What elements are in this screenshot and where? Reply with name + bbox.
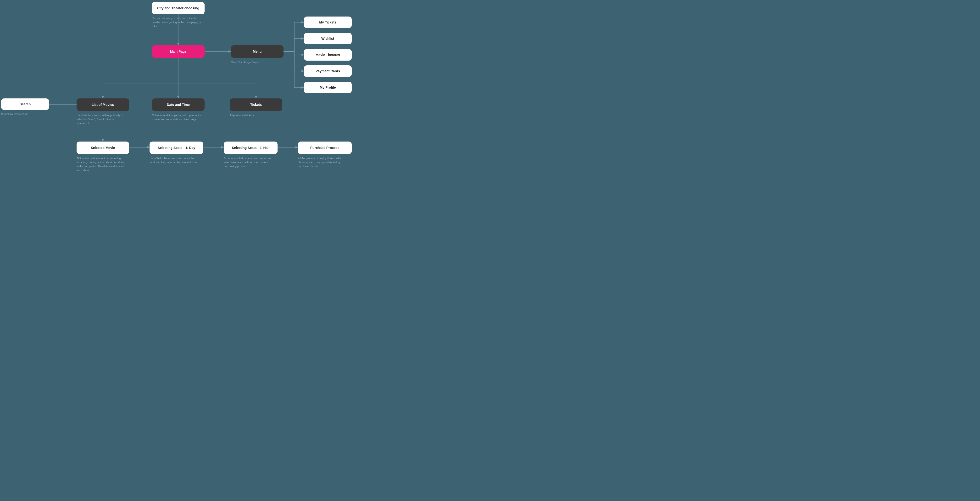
list-of-movies-node: List of Movies bbox=[76, 99, 129, 111]
purchase-process-node: Purchase Process bbox=[298, 142, 352, 154]
movie-theatres-label: Movie Theatres bbox=[316, 53, 340, 57]
purchase-process-label: Purchase Process bbox=[310, 146, 339, 150]
menu-label: Menu bbox=[253, 49, 262, 53]
date-time-label: Date and Time bbox=[167, 103, 189, 107]
purchase-process-desc: All the process of buying tickets, with … bbox=[298, 156, 349, 168]
date-time-desc: Calendar and time picker, with opportuni… bbox=[152, 113, 204, 121]
wishlist-label: Wishlist bbox=[321, 37, 334, 40]
tickets-desc: All purchased tickets bbox=[230, 113, 278, 117]
list-of-movies-desc: List of all the movies, with opportunity… bbox=[76, 113, 124, 125]
payment-cards-label: Payment Cards bbox=[316, 69, 340, 73]
selecting-seats-day-label: Selecting Seats - 1. Day bbox=[158, 146, 195, 150]
selected-movie-node: Selected Movie bbox=[76, 142, 129, 154]
tickets-node: Tickets bbox=[230, 99, 282, 111]
my-profile-node: My Profile bbox=[304, 82, 352, 93]
movie-theatres-node: Movie Theatres bbox=[304, 49, 352, 61]
search-desc: Search by movie name bbox=[1, 112, 49, 116]
selecting-seats-day-desc: List of halls. Here user can choose the … bbox=[150, 156, 201, 164]
my-profile-label: My Profile bbox=[320, 86, 336, 89]
city-theater-desc: You can choose your city and a theater n… bbox=[152, 16, 205, 28]
tickets-label: Tickets bbox=[250, 103, 262, 107]
selecting-seats-day-node: Selecting Seats - 1. Day bbox=[150, 142, 204, 154]
menu-node: Menu bbox=[231, 45, 283, 58]
diagram-container: City and Theater choosing You can choose… bbox=[0, 0, 368, 188]
my-tickets-label: My Tickets bbox=[319, 20, 336, 24]
selected-movie-label: Selected Movie bbox=[91, 146, 115, 150]
menu-desc: Main, "hamburger" menu bbox=[231, 61, 279, 64]
main-page-label: Main Page bbox=[170, 49, 186, 53]
my-tickets-node: My Tickets bbox=[304, 16, 352, 28]
selecting-seats-hall-desc: Scheme of a hall, where user can tap and… bbox=[224, 156, 275, 168]
city-theater-node: City and Theater choosing bbox=[152, 2, 205, 14]
main-page-node: Main Page bbox=[152, 45, 205, 58]
list-of-movies-label: List of Movies bbox=[92, 103, 114, 107]
search-node: Search bbox=[1, 99, 49, 110]
selected-movie-desc: All the information about movie: rating,… bbox=[76, 156, 127, 172]
selecting-seats-hall-node: Selecting Seats - 2. Hall bbox=[224, 142, 278, 154]
date-time-node: Date and Time bbox=[152, 99, 205, 111]
payment-cards-node: Payment Cards bbox=[304, 65, 352, 77]
selecting-seats-hall-label: Selecting Seats - 2. Hall bbox=[232, 146, 269, 150]
wishlist-node: Wishlist bbox=[304, 33, 352, 44]
city-theater-label: City and Theater choosing bbox=[157, 6, 199, 10]
search-label: Search bbox=[20, 102, 31, 106]
